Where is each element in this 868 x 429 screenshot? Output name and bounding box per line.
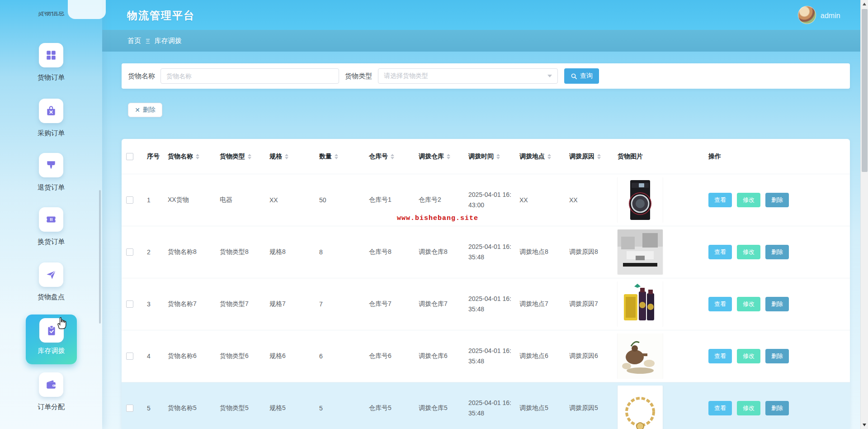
column-header-规格: 规格 [268, 153, 317, 161]
page-scrollbar[interactable] [860, 0, 868, 429]
row-action-删除-button[interactable]: 删除 [765, 297, 789, 311]
sidebar-scrollbar-thumb[interactable] [99, 190, 101, 324]
cell-transfer-time: 2025-04-01 16:35:48 [467, 242, 518, 262]
row-action-修改-button[interactable]: 修改 [737, 193, 760, 207]
cell-qty: 8 [317, 248, 367, 256]
sort-caret-icon[interactable] [391, 154, 394, 159]
breadcrumb-home[interactable]: 首页 [127, 37, 141, 45]
cell-transfer-location: 调拨地点5 [518, 404, 567, 412]
sort-caret-icon[interactable] [248, 154, 251, 159]
goods-type-select[interactable]: 请选择货物类型 [378, 68, 558, 84]
row-checkbox[interactable] [126, 196, 133, 204]
row-checkbox[interactable] [126, 405, 133, 412]
sidebar-item-订单分配[interactable]: 订单分配 [0, 372, 102, 411]
row-action-删除-button[interactable]: 删除 [765, 401, 789, 415]
sort-caret-icon[interactable] [196, 154, 199, 159]
grid-icon [39, 43, 63, 67]
row-action-修改-button[interactable]: 修改 [737, 297, 760, 311]
cell-transfer-reason: 调拨原因5 [567, 404, 616, 412]
cell-actions: 查看修改删除 [702, 245, 850, 259]
cell-goods-type: 货物类型8 [218, 248, 268, 256]
table-row: 2 货物名称8 货物类型8 规格8 8 仓库号8 调拨仓库8 2025-04-0… [122, 226, 850, 278]
sidebar: 货物信息 货物订单 采购订单 退货订单 换货订单 货物盘点 库存调拨 订单分配 [0, 0, 102, 429]
goods-image-kitchen[interactable] [618, 229, 663, 275]
cell-transfer-reason: 调拨原因8 [567, 248, 616, 256]
cell-goods-name: 货物名称5 [166, 404, 218, 412]
row-action-查看-button[interactable]: 查看 [708, 349, 732, 363]
goods-image-necklace[interactable] [618, 386, 663, 429]
cell-warehouse: 仓库号1 [367, 196, 417, 204]
row-action-删除-button[interactable]: 删除 [765, 193, 789, 207]
column-header-货物图片: 货物图片 [616, 153, 702, 161]
cell-transfer-location: 调拨地点6 [518, 352, 567, 360]
avatar[interactable] [798, 6, 816, 24]
table-row: 5 货物名称5 货物类型5 规格5 5 仓库号5 调拨仓库5 2025-04-0… [122, 382, 850, 429]
breadcrumb: 首页 Ξ 库存调拨 [102, 30, 860, 52]
sidebar-item-货物盘点[interactable]: 货物盘点 [0, 262, 102, 301]
scrollbar-thumb[interactable] [862, 9, 868, 172]
row-action-修改-button[interactable]: 修改 [737, 349, 760, 363]
cell-transfer-time: 2025-04-01 16:35:48 [467, 398, 518, 419]
row-action-查看-button[interactable]: 查看 [708, 245, 732, 259]
cell-index: 5 [145, 405, 166, 412]
select-all-checkbox[interactable] [126, 153, 133, 160]
row-checkbox[interactable] [126, 248, 133, 256]
sidebar-item-采购订单[interactable]: 采购订单 [0, 99, 102, 138]
sidebar-item-货物订单[interactable]: 货物订单 [0, 43, 102, 82]
row-action-查看-button[interactable]: 查看 [708, 401, 732, 415]
cell-target-warehouse: 调拨仓库7 [417, 300, 467, 308]
row-checkbox[interactable] [126, 300, 133, 308]
sort-caret-icon[interactable] [547, 154, 551, 159]
sidebar-item-退货订单[interactable]: 退货订单 [0, 153, 102, 192]
query-button[interactable]: 查询 [564, 68, 599, 84]
goods-name-input[interactable] [160, 68, 339, 84]
row-action-查看-button[interactable]: 查看 [708, 297, 732, 311]
sidebar-item-partial[interactable]: 货物信息 [0, 12, 102, 23]
delete-button[interactable]: ✕ 删除 [128, 103, 162, 117]
sort-caret-icon[interactable] [285, 154, 288, 159]
cell-warehouse: 仓库号7 [367, 300, 417, 308]
cell-goods-type: 货物类型7 [218, 300, 268, 308]
bag-icon [39, 99, 63, 123]
user-name[interactable]: admin [821, 12, 840, 20]
sort-caret-icon[interactable] [335, 154, 338, 159]
row-action-删除-button[interactable]: 删除 [765, 349, 789, 363]
sidebar-item-库存调拨-active[interactable]: 库存调拨 [26, 315, 77, 364]
column-header-序号: 序号 [145, 153, 166, 161]
cell-index: 3 [145, 300, 166, 308]
row-action-修改-button[interactable]: 修改 [737, 245, 760, 259]
chevron-down-icon [547, 75, 552, 77]
cell-transfer-reason: 调拨原因6 [567, 352, 616, 360]
row-action-修改-button[interactable]: 修改 [737, 401, 760, 415]
goods-image-tea-set[interactable] [618, 334, 663, 379]
sort-caret-icon[interactable] [597, 154, 601, 159]
cell-index: 2 [145, 248, 166, 256]
column-header-操作: 操作 [702, 153, 850, 161]
watermark: www.bishebang.site [397, 214, 478, 222]
column-header-货物名称: 货物名称 [166, 153, 218, 161]
paper-plane-icon [39, 262, 63, 287]
scrollbar-down-arrow-icon[interactable] [863, 424, 866, 426]
cell-goods-name: 货物名称7 [166, 300, 218, 308]
goods-image-washing-machine[interactable] [618, 177, 663, 223]
row-checkbox[interactable] [126, 353, 133, 360]
cell-target-warehouse: 调拨仓库5 [417, 404, 467, 412]
cell-qty: 5 [317, 405, 367, 412]
row-action-查看-button[interactable]: 查看 [708, 193, 732, 207]
goods-image-wine-gift[interactable] [618, 281, 663, 327]
search-form: 货物名称 货物类型 请选择货物类型 查询 [122, 63, 850, 89]
sort-caret-icon[interactable] [496, 154, 500, 159]
column-header-货物类型: 货物类型 [218, 153, 268, 161]
sort-caret-icon[interactable] [447, 154, 450, 159]
cell-goods-name: XX货物 [166, 196, 218, 204]
breadcrumb-separator-icon: Ξ [146, 37, 150, 45]
cell-transfer-time: 2025-04-01 16:43:00 [467, 190, 518, 210]
scrollbar-up-arrow-icon[interactable] [863, 3, 866, 5]
cell-warehouse: 仓库号6 [367, 352, 417, 360]
sidebar-item-换货订单[interactable]: 换货订单 [0, 207, 102, 246]
breadcrumb-current: 库存调拨 [155, 37, 182, 45]
cell-actions: 查看修改删除 [702, 401, 850, 415]
row-action-删除-button[interactable]: 删除 [765, 245, 789, 259]
cell-qty: 50 [317, 196, 367, 204]
x-mark-icon: ✕ [135, 106, 140, 114]
